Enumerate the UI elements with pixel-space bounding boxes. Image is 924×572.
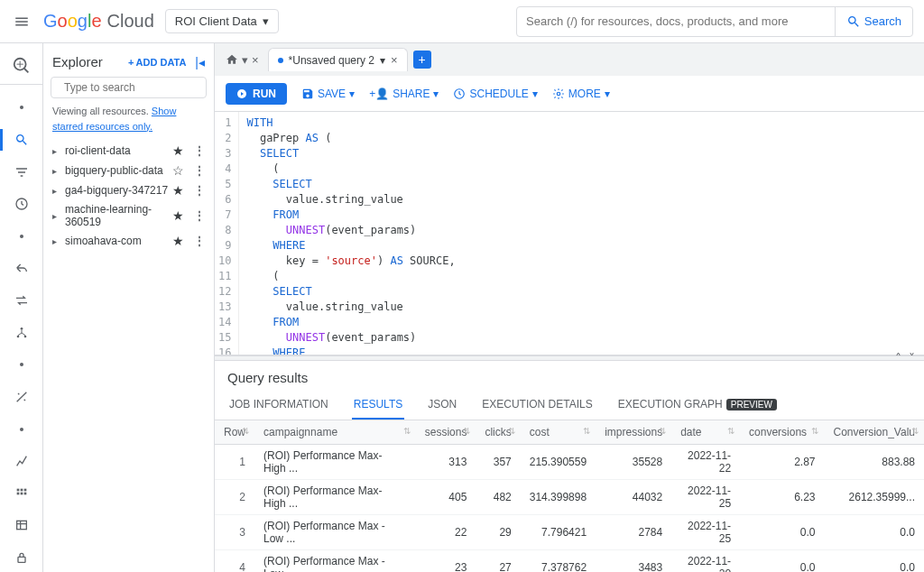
- more-icon[interactable]: ⋮: [194, 184, 205, 197]
- project-selector[interactable]: ROI Client Data ▾: [165, 9, 279, 33]
- search-input[interactable]: [517, 14, 835, 28]
- svg-point-2: [20, 328, 23, 330]
- column-header[interactable]: campaignname: [254, 420, 416, 445]
- global-search: Search: [516, 6, 913, 37]
- svg-rect-8: [16, 493, 19, 495]
- tree-item[interactable]: ▸bigquery-public-data☆ ⋮: [47, 161, 210, 180]
- column-header[interactable]: conversions: [740, 420, 824, 445]
- star-icon[interactable]: ★: [172, 183, 184, 198]
- rail-settings-icon[interactable]: [4, 383, 40, 411]
- svg-rect-9: [20, 493, 23, 495]
- share-icon: +👤: [369, 88, 389, 100]
- svg-rect-10: [23, 493, 26, 495]
- tree-item[interactable]: ▸roi-client-data★ ⋮: [47, 141, 210, 161]
- star-icon[interactable]: ★: [172, 208, 184, 223]
- search-button[interactable]: Search: [835, 7, 912, 36]
- tree-item-label: bigquery-public-data: [65, 164, 169, 177]
- rail-chart-icon[interactable]: [4, 447, 40, 475]
- tree-item-label: ga4-bigquery-347217: [65, 184, 169, 197]
- rail-tree-icon[interactable]: [4, 318, 40, 347]
- rail-filter-icon[interactable]: [4, 158, 40, 187]
- star-icon[interactable]: ★: [172, 143, 184, 158]
- results-table-wrap[interactable]: Rowcampaignnamesessionsclickscostimpress…: [215, 420, 924, 572]
- column-header[interactable]: impressions: [596, 420, 671, 445]
- tree-item-label: roi-client-data: [65, 144, 169, 157]
- content-area: ▾ × *Unsaved query 2 ▾ × + RUN SAVE▾ +👤S…: [215, 43, 924, 572]
- results-table: Rowcampaignnamesessionsclickscostimpress…: [215, 420, 924, 572]
- gear-icon: [552, 88, 565, 100]
- tree-item[interactable]: ▸simoahava-com★ ⋮: [47, 231, 210, 251]
- run-button[interactable]: RUN: [226, 83, 287, 105]
- tree-item[interactable]: ▸ga4-bigquery-347217★ ⋮: [47, 180, 210, 200]
- tab-job-info[interactable]: JOB INFORMATION: [227, 391, 330, 420]
- sql-editor[interactable]: 1234567891011121314151617181920212223242…: [215, 112, 924, 355]
- tab-unsaved-query[interactable]: *Unsaved query 2 ▾ ×: [268, 48, 408, 71]
- column-header[interactable]: clicks: [476, 420, 520, 445]
- tab-label: *Unsaved query 2: [289, 54, 374, 67]
- more-icon[interactable]: ⋮: [194, 209, 205, 222]
- rail-history-icon[interactable]: [4, 189, 40, 218]
- close-icon[interactable]: ×: [391, 53, 398, 67]
- table-row[interactable]: 1(ROI) Performance Max- High ...31335721…: [215, 445, 924, 480]
- rail-transfer-icon[interactable]: [4, 286, 40, 315]
- rail-grid-icon[interactable]: [4, 479, 40, 508]
- rail-search-icon[interactable]: [4, 125, 40, 154]
- star-icon[interactable]: ★: [172, 234, 184, 248]
- collapse-panel-icon[interactable]: |◂: [195, 55, 205, 69]
- share-button[interactable]: +👤SHARE▾: [369, 88, 439, 100]
- rail-dot-3[interactable]: [4, 351, 40, 380]
- column-header[interactable]: date: [671, 420, 740, 445]
- tab-exec-graph[interactable]: EXECUTION GRAPHPREVIEW: [616, 391, 779, 420]
- logo-cloud-text: Cloud: [107, 11, 154, 32]
- tab-home[interactable]: ▾ ×: [222, 53, 263, 67]
- chevron-right-icon: ▸: [52, 146, 61, 156]
- tree-item-label: simoahava-com: [65, 235, 169, 247]
- column-header[interactable]: cost: [521, 420, 596, 445]
- save-icon: [301, 88, 314, 100]
- tab-exec-details[interactable]: EXECUTION DETAILS: [480, 391, 594, 420]
- table-row[interactable]: 2(ROI) Performance Max- High ...40548231…: [215, 480, 924, 515]
- preview-badge: PREVIEW: [726, 399, 777, 411]
- rail-share-icon[interactable]: [4, 254, 40, 283]
- more-button[interactable]: MORE▾: [552, 88, 610, 100]
- star-icon[interactable]: ☆: [172, 163, 184, 178]
- rail-dot-2[interactable]: [4, 222, 40, 251]
- table-row[interactable]: 4(ROI) Performance Max - Low ...23277.37…: [215, 550, 924, 573]
- table-row[interactable]: 3(ROI) Performance Max - Low ...22297.79…: [215, 515, 924, 550]
- add-tab-button[interactable]: +: [413, 51, 431, 69]
- rail-lock-icon[interactable]: [4, 543, 40, 572]
- column-header[interactable]: Row: [215, 420, 254, 445]
- schedule-button[interactable]: SCHEDULE▾: [453, 88, 537, 100]
- column-header[interactable]: sessions: [416, 420, 476, 445]
- chevron-right-icon: ▸: [52, 211, 61, 221]
- svg-rect-6: [20, 489, 23, 492]
- play-icon: [236, 88, 247, 99]
- table-header-row: Rowcampaignnamesessionsclickscostimpress…: [215, 420, 924, 445]
- svg-point-3: [16, 335, 19, 337]
- more-icon[interactable]: ⋮: [194, 164, 205, 177]
- tab-json[interactable]: JSON: [426, 391, 458, 420]
- line-gutter: 1234567891011121314151617181920212223242…: [215, 112, 239, 355]
- close-icon[interactable]: ×: [252, 53, 259, 67]
- menu-icon[interactable]: [11, 11, 32, 32]
- add-data-button[interactable]: +ADD DATA: [128, 57, 186, 68]
- svg-rect-11: [16, 521, 26, 530]
- left-icon-rail: [0, 43, 43, 572]
- rail-dot-4[interactable]: [4, 415, 40, 444]
- column-header[interactable]: Conversion_Valu: [824, 420, 924, 445]
- tree-item[interactable]: ▸machine-learning-360519★ ⋮: [47, 200, 210, 231]
- tab-results[interactable]: RESULTS: [352, 391, 404, 420]
- chevron-right-icon: ▸: [52, 186, 61, 196]
- more-icon[interactable]: ⋮: [194, 235, 205, 247]
- explorer-search-input[interactable]: [64, 81, 199, 94]
- bigquery-icon[interactable]: [0, 49, 42, 85]
- rail-dot-1[interactable]: [4, 94, 40, 123]
- code-content[interactable]: WITH gaPrep AS ( SELECT ( SELECT value.s…: [239, 112, 534, 355]
- chevron-right-icon: ▸: [52, 166, 61, 176]
- more-icon[interactable]: ⋮: [194, 144, 205, 157]
- save-button[interactable]: SAVE▾: [301, 88, 355, 100]
- svg-point-4: [23, 335, 26, 337]
- results-tabs: JOB INFORMATION RESULTS JSON EXECUTION D…: [215, 391, 924, 420]
- google-cloud-logo[interactable]: Google Cloud: [43, 11, 154, 32]
- rail-table-icon[interactable]: [4, 512, 40, 540]
